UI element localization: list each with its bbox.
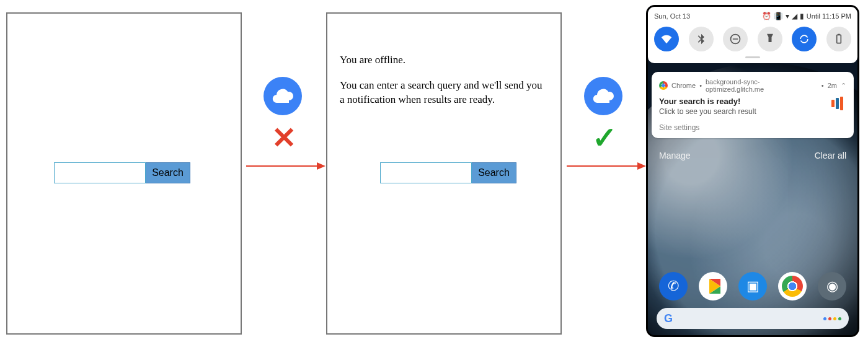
qs-dnd[interactable] [723,27,748,51]
offline-line-2: You can enter a search query and we'll s… [340,79,548,107]
chrome-icon [659,81,668,90]
arrow-icon [245,160,326,172]
search-button[interactable]: Search [146,162,190,183]
dock: ✆ ▣ ◉ [648,272,857,300]
svg-rect-6 [837,35,841,43]
qs-auto-rotate[interactable] [792,27,817,51]
transition-online: ✓ [565,77,646,172]
arrow-icon [565,160,646,172]
battery-status-icon: ▮ [800,12,804,20]
notification-shade: Sun, Oct 13 ⏰ 📳 ▾ ◢ ▮ Until 11:15 PM [648,7,857,63]
search-button[interactable]: Search [472,162,516,183]
app-camera-icon[interactable]: ◉ [818,272,846,300]
notification-origin: background-sync-optimized.glitch.me [706,78,818,93]
offline-x-icon: ✕ [267,125,301,150]
qs-battery-saver[interactable] [826,27,851,51]
shade-actions: Manage Clear all [648,151,857,160]
alarm-icon: ⏰ [762,12,771,20]
notification-age: 2m [828,82,837,89]
chevron-up-icon[interactable]: ⌃ [841,82,846,90]
app-phone-icon[interactable]: ✆ [659,272,688,300]
svg-marker-1 [317,162,326,170]
clear-all-button[interactable]: Clear all [815,151,846,160]
qs-flashlight[interactable] [758,27,782,51]
online-check-icon: ✓ [588,125,621,150]
cloud-icon [584,77,622,115]
app-play-store-icon[interactable] [699,272,727,300]
statusbar: Sun, Oct 13 ⏰ 📳 ▾ ◢ ▮ Until 11:15 PM [654,12,851,20]
cloud-icon [264,77,302,115]
offline-line-1: You are offline. [340,53,548,68]
notification-title: Your search is ready! [659,97,756,106]
statusbar-until: Until 11:15 PM [807,12,851,20]
search-input[interactable] [54,162,146,183]
transition-offline: ✕ [245,77,326,172]
svg-rect-7 [838,34,839,35]
quick-settings-row [654,25,851,56]
search-input[interactable] [380,162,472,183]
offline-message: You are offline. You can enter a search … [340,53,548,118]
notification-card[interactable]: Chrome • background-sync-optimized.glitc… [652,72,854,138]
bullet: • [822,82,824,89]
google-g-icon: G [664,312,673,325]
manage-button[interactable]: Manage [659,151,691,160]
notification-action-site-settings[interactable]: Site settings [659,123,846,132]
app-chrome-icon[interactable] [778,272,807,300]
search-form: Search [54,162,190,183]
home-search-pill[interactable]: G [657,308,849,329]
phone-frame: Sun, Oct 13 ⏰ 📳 ▾ ◢ ▮ Until 11:15 PM [646,5,859,337]
browser-frame-before: Search [6,12,242,335]
assistant-icon[interactable] [823,317,841,320]
bullet: • [699,82,702,89]
notification-subtitle: Click to see you search result [659,107,756,116]
search-form: Search [380,162,516,183]
cell-signal-icon: ◢ [792,12,797,20]
statusbar-date: Sun, Oct 13 [654,12,690,20]
notification-header: Chrome • background-sync-optimized.glitc… [659,78,846,93]
vibrate-icon: 📳 [774,12,783,20]
site-icon [831,97,846,110]
browser-frame-offline: You are offline. You can enter a search … [326,12,562,335]
notification-app: Chrome [671,82,696,89]
qs-wifi[interactable] [654,27,679,51]
svg-marker-3 [637,162,646,170]
shade-grip[interactable] [745,56,760,58]
app-duo-icon[interactable]: ▣ [738,272,767,300]
qs-bluetooth[interactable] [689,27,714,51]
wifi-status-icon: ▾ [786,12,789,20]
